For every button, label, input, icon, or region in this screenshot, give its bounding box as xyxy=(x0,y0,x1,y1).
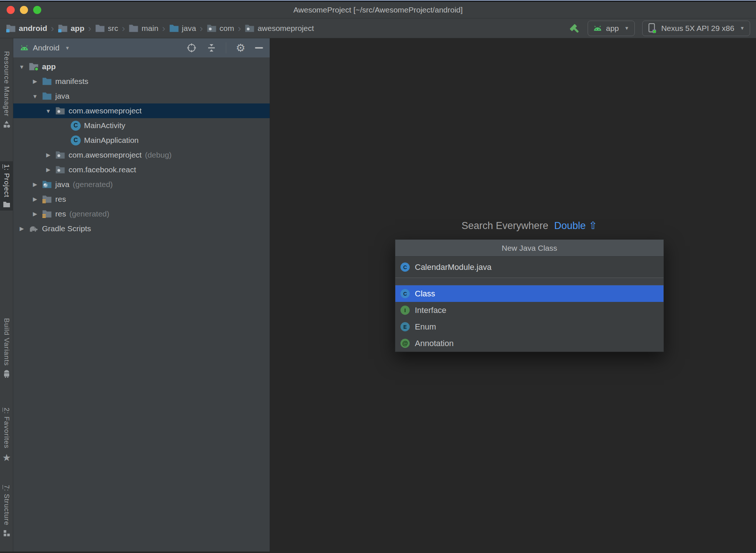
chevron-down-icon[interactable]: ▼ xyxy=(65,45,70,51)
hammer-icon[interactable] xyxy=(568,22,580,34)
breadcrumb-item-java[interactable]: java xyxy=(169,24,196,33)
breadcrumb-label: android xyxy=(19,24,47,33)
tree-item-suffix: (debug) xyxy=(145,151,171,159)
navigation-toolbar: android › app › src › main › java › com … xyxy=(0,18,756,38)
chevron-collapsed-icon[interactable]: ▶ xyxy=(30,78,40,85)
device-selector-label: Nexus 5X API 29 x86 xyxy=(661,24,734,33)
toolwindow-button-favorites[interactable]: 2: Favorites ★ xyxy=(0,405,13,466)
run-configuration-label: app xyxy=(606,24,619,33)
toolwindow-button-project[interactable]: 1: Project xyxy=(0,161,13,211)
tree-row-com-awesomeproject-debug[interactable]: ▶ com.awesomeproject (debug) xyxy=(13,148,270,162)
source-folder-icon xyxy=(169,24,179,33)
breadcrumb-label: app xyxy=(71,24,84,33)
tree-item-suffix: (generated) xyxy=(69,209,109,218)
class-icon: C xyxy=(71,135,81,145)
tree-row-com-awesomeproject[interactable]: ▼ com.awesomeproject xyxy=(13,103,270,118)
breadcrumb-item-main[interactable]: main xyxy=(129,24,158,33)
tree-row-mainactivity[interactable]: C MainActivity xyxy=(13,118,270,133)
class-name-input[interactable]: C CalendarModule.java xyxy=(395,257,664,278)
settings-gear-icon[interactable]: ⚙ xyxy=(236,43,245,53)
locate-icon[interactable] xyxy=(186,42,197,53)
search-everywhere-text: Search Everywhere xyxy=(462,220,549,231)
minimize-window-button[interactable] xyxy=(20,6,28,14)
tree-row-manifests[interactable]: ▶ manifests xyxy=(13,74,270,89)
chevron-collapsed-icon[interactable]: ▶ xyxy=(43,152,53,158)
folder-icon xyxy=(95,24,105,33)
chevron-down-icon: ▼ xyxy=(740,25,745,31)
kind-option-annotation[interactable]: @ Annotation xyxy=(395,335,664,352)
module-folder-icon xyxy=(58,24,68,33)
search-everywhere-hint: Search EverywhereDouble⇧ xyxy=(395,219,664,232)
tree-item-label: com.awesomeproject xyxy=(69,106,141,115)
breadcrumb-separator-icon: › xyxy=(88,24,91,33)
breadcrumb-item-android[interactable]: android xyxy=(6,24,47,33)
breadcrumb-label: awesomeproject xyxy=(258,24,314,33)
shortcut-label: Double xyxy=(554,220,586,231)
toolwindow-label: 7: Structure xyxy=(3,485,11,525)
chevron-down-icon: ▼ xyxy=(624,25,629,31)
toolwindow-button-resource-manager[interactable]: Resource Manager xyxy=(0,48,13,131)
android-robot-icon xyxy=(3,370,10,378)
resource-folder-icon xyxy=(42,209,52,218)
tree-item-label: manifests xyxy=(55,77,88,86)
chevron-expanded-icon[interactable]: ▼ xyxy=(43,108,53,114)
enum-icon: E xyxy=(400,322,410,331)
kind-option-enum[interactable]: E Enum xyxy=(395,318,664,335)
project-folder-icon xyxy=(3,201,10,208)
breadcrumb-label: com xyxy=(220,24,234,33)
generated-source-folder-icon xyxy=(42,180,52,189)
tree-item-label: java xyxy=(55,180,70,189)
toolwindow-label: Resource Manager xyxy=(3,51,11,117)
project-panel: Android ▼ ⚙ ▼ app ▶ manifests xyxy=(13,38,270,552)
package-icon xyxy=(207,24,217,33)
chevron-expanded-icon[interactable]: ▼ xyxy=(17,64,27,70)
chevron-collapsed-icon[interactable]: ▶ xyxy=(30,196,40,202)
app-module-folder-icon xyxy=(29,62,39,71)
device-selector-dropdown[interactable]: Nexus 5X API 29 x86 ▼ xyxy=(642,21,750,36)
class-icon: C xyxy=(400,263,410,272)
chevron-collapsed-icon[interactable]: ▶ xyxy=(43,166,53,173)
toolwindow-button-structure[interactable]: 7: Structure xyxy=(0,482,13,540)
main-area: Resource Manager 1: Project Build Varian… xyxy=(0,38,756,552)
blue-folder-icon xyxy=(42,92,52,101)
dialog-title: New Java Class xyxy=(395,240,664,257)
tree-row-app[interactable]: ▼ app xyxy=(13,59,270,74)
chevron-collapsed-icon[interactable]: ▶ xyxy=(30,211,40,217)
android-icon xyxy=(20,45,29,51)
collapse-all-icon[interactable] xyxy=(207,43,216,53)
breadcrumb-item-awesomeproject[interactable]: awesomeproject xyxy=(245,24,314,33)
shift-key-icon: ⇧ xyxy=(589,220,597,231)
tree-item-label: res xyxy=(55,195,66,204)
breadcrumb-item-com[interactable]: com xyxy=(207,24,234,33)
tree-row-res-generated[interactable]: ▶ res (generated) xyxy=(13,207,270,221)
breadcrumb: android › app › src › main › java › com … xyxy=(6,24,314,33)
kind-option-label: Enum xyxy=(415,322,436,332)
tree-row-gradle-scripts[interactable]: ▶ Gradle Scripts xyxy=(13,221,270,236)
breadcrumb-item-src[interactable]: src xyxy=(95,24,118,33)
run-configuration-dropdown[interactable]: app ▼ xyxy=(588,21,635,36)
breadcrumb-label: main xyxy=(141,24,158,33)
hide-panel-icon[interactable] xyxy=(255,47,263,49)
kind-option-class[interactable]: C Class xyxy=(395,285,664,302)
breadcrumb-item-app[interactable]: app xyxy=(58,24,84,33)
tree-row-java-generated[interactable]: ▶ java (generated) xyxy=(13,177,270,192)
chevron-collapsed-icon[interactable]: ▶ xyxy=(30,181,40,188)
tree-row-res[interactable]: ▶ res xyxy=(13,192,270,207)
zoom-window-button[interactable] xyxy=(33,6,41,14)
title-bar: AwesomeProject [~/src/AwesomeProject/and… xyxy=(0,2,756,18)
project-view-selector[interactable]: Android xyxy=(33,43,59,52)
tree-row-mainapplication[interactable]: C MainApplication xyxy=(13,133,270,148)
tree-row-java[interactable]: ▼ java xyxy=(13,89,270,103)
tree-item-label: MainApplication xyxy=(84,136,139,145)
popup-column: Search EverywhereDouble⇧ New Java Class … xyxy=(395,219,664,352)
kind-option-interface[interactable]: I Interface xyxy=(395,302,664,318)
chevron-collapsed-icon[interactable]: ▶ xyxy=(17,225,27,232)
chevron-expanded-icon[interactable]: ▼ xyxy=(30,93,40,99)
panel-header-actions: ⚙ xyxy=(186,42,263,53)
package-icon xyxy=(55,165,65,174)
tree-row-com-facebook-react[interactable]: ▶ com.facebook.react xyxy=(13,162,270,177)
toolwindow-button-build-variants[interactable]: Build Variants xyxy=(0,315,13,381)
breadcrumb-label: src xyxy=(108,24,118,33)
close-window-button[interactable] xyxy=(7,6,15,14)
android-icon xyxy=(593,25,602,31)
